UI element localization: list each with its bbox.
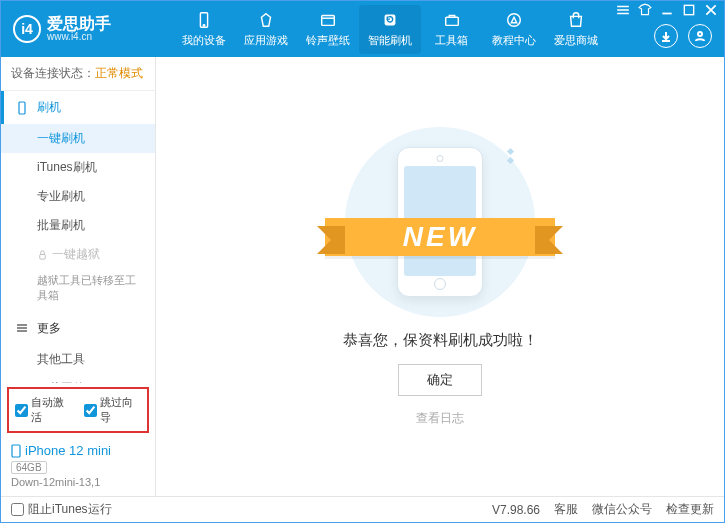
sidebar-item-batch[interactable]: 批量刷机 [1, 211, 155, 240]
main-content: NEW 恭喜您，保资料刷机成功啦！ 确定 查看日志 [156, 57, 724, 496]
more-icon [15, 321, 29, 335]
sidebar-item-othertools[interactable]: 其他工具 [1, 345, 155, 374]
sidebar-item-pro[interactable]: 专业刷机 [1, 182, 155, 211]
sidebar-item-jailbreak: 一键越狱 [1, 240, 155, 269]
sidebar-group-flash[interactable]: 刷机 [1, 91, 155, 124]
download-button[interactable] [654, 24, 678, 48]
device-capacity: 64GB [11, 461, 47, 474]
brand-url: www.i4.cn [47, 32, 111, 42]
hero-illustration: NEW [345, 127, 535, 317]
nav-store[interactable]: 爱思商城 [545, 5, 607, 54]
svg-rect-5 [445, 17, 458, 25]
statusbar: 阻止iTunes运行 V7.98.66 客服 微信公众号 检查更新 [1, 496, 724, 522]
lock-icon [37, 249, 48, 260]
apps-icon [257, 11, 275, 29]
phone-small-icon [15, 101, 29, 115]
svg-rect-10 [12, 445, 20, 457]
device-meta: Down-12mini-13,1 [11, 476, 145, 488]
navbar: 我的设备 应用游戏 铃声壁纸 智能刷机 工具箱 教程中心 [133, 5, 646, 54]
svg-point-2 [203, 24, 204, 25]
titlebar: i4 爱思助手 www.i4.cn 我的设备 应用游戏 铃声壁纸 智能刷机 [1, 1, 724, 57]
view-log-link[interactable]: 查看日志 [416, 410, 464, 427]
check-update-link[interactable]: 检查更新 [666, 501, 714, 518]
minimize-icon[interactable] [660, 4, 674, 16]
success-message: 恭喜您，保资料刷机成功啦！ [343, 331, 538, 350]
nav-ringtones[interactable]: 铃声壁纸 [297, 5, 359, 54]
ok-button[interactable]: 确定 [398, 364, 482, 396]
svg-rect-0 [684, 5, 693, 14]
store-icon [567, 11, 585, 29]
checkbox-skip-guide[interactable]: 跳过向导 [84, 395, 141, 425]
nav-my-device[interactable]: 我的设备 [173, 5, 235, 54]
device-icon [11, 444, 21, 458]
device-name: iPhone 12 mini [11, 443, 145, 458]
svg-rect-8 [19, 102, 25, 114]
version-label: V7.98.66 [492, 503, 540, 517]
toolbox-icon [443, 11, 461, 29]
logo-icon: i4 [13, 15, 41, 43]
body: 设备连接状态：正常模式 刷机 一键刷机 iTunes刷机 专业刷机 批量刷机 一… [1, 57, 724, 496]
options-highlight: 自动激活 跳过向导 [7, 387, 149, 433]
sidebar: 设备连接状态：正常模式 刷机 一键刷机 iTunes刷机 专业刷机 批量刷机 一… [1, 57, 156, 496]
sidebar-group-more[interactable]: 更多 [1, 312, 155, 345]
user-button[interactable] [688, 24, 712, 48]
folder-icon [319, 11, 337, 29]
jailbreak-note: 越狱工具已转移至工具箱 [1, 269, 155, 312]
device-box[interactable]: iPhone 12 mini 64GB Down-12mini-13,1 [1, 437, 155, 496]
wechat-link[interactable]: 微信公众号 [592, 501, 652, 518]
svg-rect-3 [321, 15, 334, 25]
sparkle-icon [508, 149, 513, 163]
checkbox-block-itunes[interactable]: 阻止iTunes运行 [11, 501, 112, 518]
maximize-icon[interactable] [682, 4, 696, 16]
sidebar-item-itunes[interactable]: iTunes刷机 [1, 153, 155, 182]
phone-icon [195, 11, 213, 29]
svg-point-7 [698, 32, 702, 36]
nav-flash[interactable]: 智能刷机 [359, 5, 421, 54]
nav-apps[interactable]: 应用游戏 [235, 5, 297, 54]
titlebar-right [654, 24, 712, 48]
window-controls [616, 4, 718, 16]
skin-icon[interactable] [638, 4, 652, 16]
checkbox-auto-activate[interactable]: 自动激活 [15, 395, 72, 425]
app-window: i4 爱思助手 www.i4.cn 我的设备 应用游戏 铃声壁纸 智能刷机 [0, 0, 725, 523]
compass-icon [505, 11, 523, 29]
sidebar-item-oneclick[interactable]: 一键刷机 [1, 124, 155, 153]
svg-point-6 [507, 13, 520, 26]
sidebar-list: 刷机 一键刷机 iTunes刷机 专业刷机 批量刷机 一键越狱 越狱工具已转移至… [1, 91, 155, 383]
brand-name: 爱思助手 [47, 16, 111, 32]
nav-toolbox[interactable]: 工具箱 [421, 5, 483, 54]
menu-icon[interactable] [616, 4, 630, 16]
nav-tutorials[interactable]: 教程中心 [483, 5, 545, 54]
svg-rect-9 [40, 255, 46, 260]
close-icon[interactable] [704, 4, 718, 16]
connection-status: 设备连接状态：正常模式 [1, 57, 155, 91]
new-ribbon: NEW [325, 218, 555, 256]
sidebar-item-firmware[interactable]: 下载固件 [1, 374, 155, 383]
customer-service-link[interactable]: 客服 [554, 501, 578, 518]
logo: i4 爱思助手 www.i4.cn [13, 15, 133, 43]
refresh-icon [381, 11, 399, 29]
